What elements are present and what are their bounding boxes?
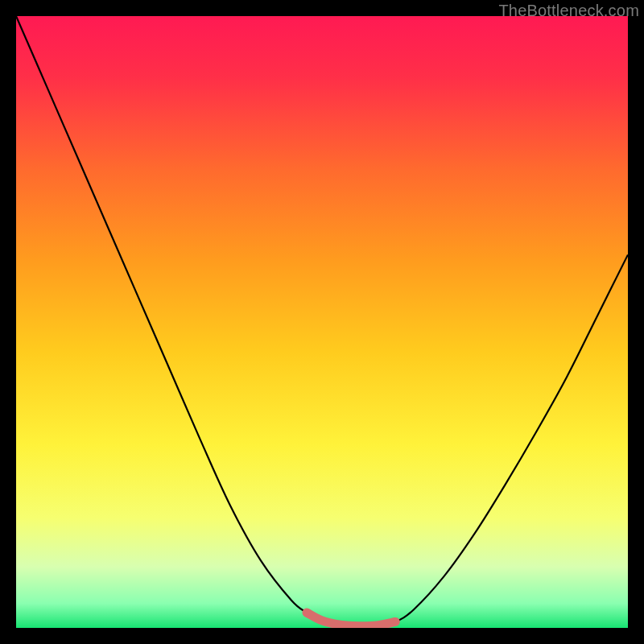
gradient-background [16, 16, 628, 628]
plot-area [16, 16, 628, 628]
watermark-text: TheBottleneck.com [498, 2, 639, 20]
bottleneck-chart [16, 16, 628, 628]
chart-frame: TheBottleneck.com [0, 0, 644, 644]
